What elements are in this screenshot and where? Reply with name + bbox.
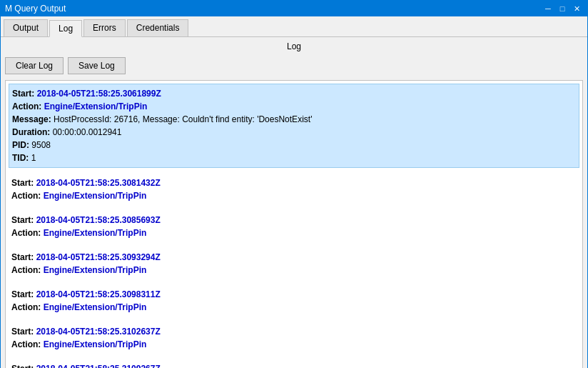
log-field: Action: Engine/Extension/TripPin — [11, 338, 577, 351]
tab-errors[interactable]: Errors — [83, 19, 126, 36]
tab-log[interactable]: Log — [49, 20, 82, 37]
clear-log-button[interactable]: Clear Log — [5, 57, 64, 74]
main-area: Log Clear Log Save Log Start: 2018-04-05… — [1, 37, 587, 368]
log-field: Action: Engine/Extension/TripPin — [11, 227, 577, 239]
log-entry[interactable]: Start: 2018-04-05T21:58:25.3098311ZActio… — [9, 285, 579, 317]
log-entry[interactable]: Start: 2018-04-05T21:58:25.3081432ZActio… — [9, 174, 579, 205]
title-bar: M Query Output ─ □ ✕ — [1, 1, 587, 16]
save-log-button[interactable]: Save Log — [68, 57, 126, 74]
restore-button[interactable]: □ — [556, 3, 569, 14]
log-field: Start: 2018-04-05T21:58:25.3109267Z — [11, 362, 577, 368]
tab-output[interactable]: Output — [4, 19, 48, 36]
close-button[interactable]: ✕ — [570, 3, 583, 14]
log-entry[interactable]: Start: 2018-04-05T21:58:25.3109267Z — [9, 359, 579, 368]
log-field: Start: 2018-04-05T21:58:25.3093294Z — [11, 251, 577, 264]
log-title: Log — [5, 41, 583, 51]
log-entry[interactable]: Start: 2018-04-05T21:58:25.3085693ZActio… — [9, 211, 579, 242]
log-field: Start: 2018-04-05T21:58:25.3061899Z — [12, 87, 576, 100]
log-field: Start: 2018-04-05T21:58:25.3081432Z — [11, 176, 577, 189]
window-title: M Query Output — [5, 4, 66, 14]
log-field: Action: Engine/Extension/TripPin — [11, 189, 577, 202]
log-field: Start: 2018-04-05T21:58:25.3102637Z — [11, 325, 577, 338]
log-entry[interactable]: Start: 2018-04-05T21:58:25.3093294ZActio… — [9, 248, 579, 279]
title-bar-controls: ─ □ ✕ — [542, 3, 583, 14]
log-field: Start: 2018-04-05T21:58:25.3098311Z — [11, 288, 577, 301]
main-window: M Query Output ─ □ ✕ Output Log Errors C… — [0, 0, 588, 368]
log-entry[interactable]: Start: 2018-04-05T21:58:25.3102637ZActio… — [9, 322, 579, 354]
log-field: Start: 2018-04-05T21:58:25.3085693Z — [11, 214, 577, 227]
log-area[interactable]: Start: 2018-04-05T21:58:25.3061899ZActio… — [5, 80, 583, 368]
log-field: TID: 1 — [12, 151, 576, 164]
minimize-button[interactable]: ─ — [542, 3, 554, 14]
log-field: Action: Engine/Extension/TripPin — [12, 100, 576, 113]
tab-bar: Output Log Errors Credentials — [1, 16, 587, 37]
content-area: Output Log Errors Credentials Log Clear … — [1, 16, 587, 368]
tab-credentials[interactable]: Credentials — [127, 19, 189, 36]
log-entry[interactable]: Start: 2018-04-05T21:58:25.3061899ZActio… — [9, 84, 579, 168]
log-field: Duration: 00:00:00.0012941 — [12, 126, 576, 139]
log-field: PID: 9508 — [12, 139, 576, 151]
log-field: Message: HostProcessId: 26716, Message: … — [12, 113, 576, 126]
log-field: Action: Engine/Extension/TripPin — [11, 301, 577, 314]
log-field: Action: Engine/Extension/TripPin — [11, 264, 577, 277]
toolbar: Clear Log Save Log — [5, 57, 583, 74]
